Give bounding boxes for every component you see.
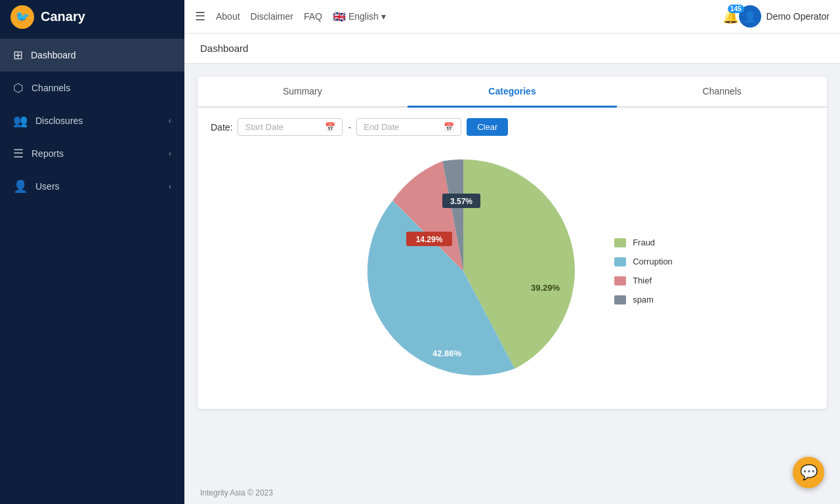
sidebar-item-label: Channels xyxy=(32,83,171,93)
thief-label: 14.29% xyxy=(416,235,443,244)
date-label: Date: xyxy=(211,122,232,133)
legend-fraud: Fraud xyxy=(614,238,673,247)
sidebar-item-dashboard[interactable]: ⊞ Dashboard xyxy=(0,39,184,72)
tab-channels[interactable]: Channels xyxy=(617,77,827,108)
pie-chart: 39.29% 42.86% 14.29% 3.57% xyxy=(352,159,575,383)
spam-label: 3.57% xyxy=(450,197,472,206)
legend-spam: spam xyxy=(614,295,673,304)
nav-faq[interactable]: FAQ xyxy=(304,11,322,22)
legend-label-thief: Thief xyxy=(633,276,652,285)
end-date-placeholder: End Date xyxy=(364,122,399,132)
logo-text: Canary xyxy=(41,9,85,24)
sidebar-item-label: Users xyxy=(35,181,161,192)
footer-text: Integrity Asia © 2023 xyxy=(200,488,273,497)
user-name: Demo Operator xyxy=(766,11,830,22)
tab-categories[interactable]: Categories xyxy=(408,77,618,108)
legend-color-thief xyxy=(614,276,626,285)
sidebar-item-reports[interactable]: ☰ Reports ‹ xyxy=(0,137,184,170)
date-filter-row: Date: Start Date 📅 - End Date 📅 Clear xyxy=(198,108,827,146)
chevron-icon: ‹ xyxy=(169,149,171,158)
breadcrumb: Dashboard xyxy=(184,33,840,64)
main-content: Dashboard Summary Categories Channels Da… xyxy=(184,33,840,504)
sidebar-item-channels[interactable]: ⬡ Channels xyxy=(0,72,184,104)
chat-fab[interactable]: 💬 xyxy=(793,457,824,488)
notification-button[interactable]: 🔔 145 xyxy=(723,9,739,24)
legend-label-fraud: Fraud xyxy=(633,238,655,247)
chat-icon: 💬 xyxy=(800,464,818,481)
legend-color-corruption xyxy=(614,257,626,266)
start-date-placeholder: Start Date xyxy=(245,122,284,132)
sidebar-item-label: Reports xyxy=(32,148,161,159)
channels-icon: ⬡ xyxy=(13,81,24,95)
logo: 🐦 Canary xyxy=(0,0,184,33)
dashboard-icon: ⊞ xyxy=(13,48,23,62)
legend-label-corruption: Corruption xyxy=(633,257,673,266)
footer: Integrity Asia © 2023 xyxy=(184,482,840,504)
tab-summary[interactable]: Summary xyxy=(198,77,408,108)
sidebar-item-users[interactable]: 👤 Users ‹ xyxy=(0,170,184,203)
legend-color-spam xyxy=(614,295,626,304)
calendar-icon: 📅 xyxy=(325,122,335,132)
nav-disclaimer[interactable]: Disclaimer xyxy=(251,11,293,22)
sidebar-item-label: Dashboard xyxy=(31,50,171,60)
tab-bar: Summary Categories Channels xyxy=(198,77,827,108)
legend-corruption: Corruption xyxy=(614,257,673,266)
fraud-label: 39.29% xyxy=(531,283,560,293)
sidebar-item-disclosures[interactable]: 👥 Disclosures ‹ xyxy=(0,104,184,137)
legend-label-spam: spam xyxy=(633,295,654,304)
chevron-icon: ‹ xyxy=(169,116,171,125)
chevron-icon: ‹ xyxy=(169,182,171,191)
flag-icon: 🇬🇧 xyxy=(333,10,346,23)
chevron-down-icon: ▾ xyxy=(381,11,386,22)
logo-icon: 🐦 xyxy=(10,5,34,29)
end-date-input[interactable]: End Date 📅 xyxy=(356,118,461,136)
clear-button[interactable]: Clear xyxy=(467,118,508,136)
chart-area: 39.29% 42.86% 14.29% 3.57% xyxy=(198,146,827,409)
nav-about[interactable]: About xyxy=(216,11,240,22)
disclosures-icon: 👥 xyxy=(13,114,28,128)
date-separator: - xyxy=(348,122,351,133)
notification-badge: 145 xyxy=(728,5,744,13)
hamburger-icon[interactable]: ☰ xyxy=(195,9,205,24)
sidebar: ⊞ Dashboard ⬡ Channels 👥 Disclosures ‹ ☰… xyxy=(0,33,184,504)
reports-icon: ☰ xyxy=(13,146,24,161)
legend-thief: Thief xyxy=(614,276,673,285)
sidebar-item-label: Disclosures xyxy=(35,116,161,126)
start-date-input[interactable]: Start Date 📅 xyxy=(238,118,343,136)
calendar-icon: 📅 xyxy=(444,122,454,132)
content-body: Summary Categories Channels Date: Start … xyxy=(184,64,840,482)
legend-color-fraud xyxy=(614,238,626,247)
users-icon: 👤 xyxy=(13,179,28,194)
chart-legend: Fraud Corruption Thief spam xyxy=(614,238,673,304)
pie-chart-svg: 39.29% 42.86% 14.29% 3.57% xyxy=(352,159,575,383)
language-label: English xyxy=(348,11,379,22)
language-selector[interactable]: 🇬🇧 English ▾ xyxy=(333,10,386,23)
dashboard-card: Summary Categories Channels Date: Start … xyxy=(198,77,827,409)
corruption-label: 42.86% xyxy=(432,348,462,358)
